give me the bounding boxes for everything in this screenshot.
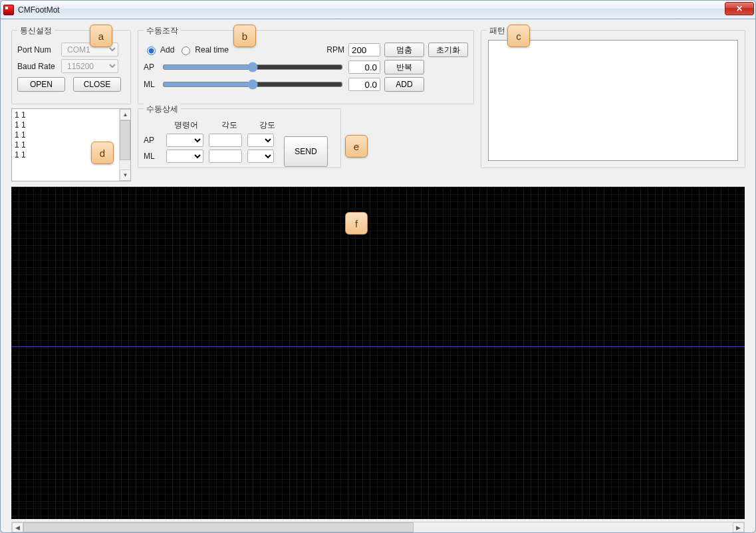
hscroll-thumb[interactable]	[23, 522, 414, 532]
app-window: CMFootMot ✕ 통신설정 Port Num COM1 Baud Rate…	[0, 0, 756, 533]
group-manual-control: 수동조작 Add Real time RPM 멈춤 초기화 AP	[138, 30, 474, 104]
scroll-thumb[interactable]	[120, 120, 130, 160]
ml-slider[interactable]	[162, 79, 343, 90]
mode-realtime-label: Real time	[195, 45, 229, 54]
baud-label: Baud Rate	[17, 62, 57, 71]
close-button[interactable]: CLOSE	[73, 77, 121, 92]
titlebar: CMFootMot ✕	[1, 1, 755, 19]
stop-button[interactable]: 멈춤	[384, 43, 424, 57]
group-comm-settings: 통신설정 Port Num COM1 Baud Rate 115200 OPEN…	[11, 30, 131, 104]
marker-e: e	[345, 135, 368, 158]
app-icon	[3, 5, 14, 15]
comm-legend: 통신설정	[17, 25, 55, 37]
ml-cmd-combo[interactable]	[166, 150, 203, 163]
group-pattern: 패턴	[481, 30, 745, 168]
log-listbox[interactable]: 1 1 1 1 1 1 1 1 1 1 ▲ ▼	[11, 108, 131, 181]
rpm-label: RPM	[326, 45, 344, 54]
ap-slider[interactable]	[162, 62, 343, 72]
open-button[interactable]: OPEN	[17, 77, 65, 92]
send-button[interactable]: SEND	[284, 136, 328, 167]
hdr-cmd: 명령어	[168, 120, 205, 131]
ap-angle-input[interactable]	[209, 134, 242, 147]
mode-add-radio[interactable]	[147, 47, 156, 55]
ap-value[interactable]	[348, 60, 380, 74]
graph-hscrollbar[interactable]: ◀ ▶	[11, 522, 745, 533]
repeat-button[interactable]: 반복	[384, 60, 424, 74]
scroll-down-icon[interactable]: ▼	[120, 169, 131, 181]
manual-legend: 수동조작	[144, 25, 181, 37]
ml-slider-label: ML	[144, 80, 157, 89]
scroll-up-icon[interactable]: ▲	[120, 109, 131, 120]
reset-button[interactable]: 초기화	[428, 43, 468, 57]
ml-value[interactable]	[348, 78, 380, 91]
hscroll-track[interactable]	[23, 522, 733, 532]
detail-ap-label: AP	[144, 136, 161, 145]
rpm-input[interactable]	[348, 43, 380, 56]
detail-ml-label: ML	[144, 152, 161, 161]
port-combo[interactable]: COM1	[61, 43, 118, 56]
add-button[interactable]: ADD	[384, 77, 424, 92]
hscroll-right-icon[interactable]: ▶	[733, 522, 744, 532]
ap-cmd-combo[interactable]	[166, 134, 203, 147]
log-items: 1 1 1 1 1 1 1 1 1 1	[15, 110, 118, 160]
ml-strength-combo[interactable]	[247, 150, 274, 163]
hdr-strength: 강도	[254, 120, 281, 131]
detail-legend: 수동상세	[144, 104, 181, 115]
ml-angle-input[interactable]	[209, 150, 242, 163]
graph-area[interactable]	[11, 187, 745, 519]
close-icon: ✕	[736, 4, 743, 13]
ap-strength-combo[interactable]	[247, 134, 274, 147]
window-title: CMFootMot	[18, 5, 60, 15]
hscroll-left-icon[interactable]: ◀	[12, 522, 23, 532]
hdr-angle: 각도	[213, 120, 246, 131]
window-close-button[interactable]: ✕	[725, 2, 754, 15]
mode-add-label: Add	[160, 45, 174, 54]
port-label: Port Num	[17, 45, 57, 54]
mode-realtime-radio[interactable]	[182, 47, 190, 55]
ap-slider-label: AP	[144, 62, 157, 72]
baud-combo[interactable]: 115200	[61, 59, 118, 73]
pattern-legend: 패턴	[487, 25, 508, 37]
graph-baseline	[11, 346, 745, 347]
client-area: 통신설정 Port Num COM1 Baud Rate 115200 OPEN…	[5, 23, 751, 528]
pattern-canvas[interactable]	[488, 40, 738, 161]
listbox-scrollbar[interactable]: ▲ ▼	[119, 109, 130, 181]
